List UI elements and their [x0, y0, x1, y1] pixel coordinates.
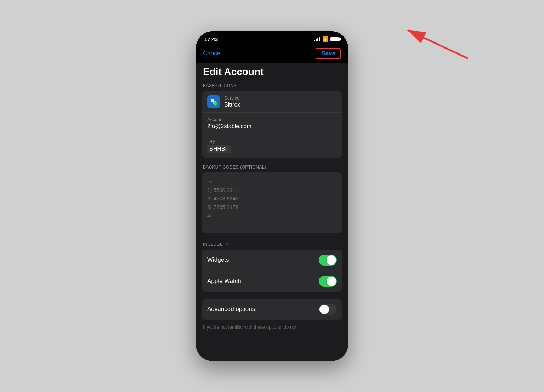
account-label: Account [207, 117, 337, 122]
account-row[interactable]: Account 2fa@2stable.com [202, 113, 342, 134]
wifi-icon: 📶 [322, 36, 328, 42]
widgets-row: Widgets [202, 250, 342, 271]
apple-watch-row: Apple Watch [202, 271, 342, 292]
apple-watch-label: Apple Watch [207, 278, 241, 285]
base-options-label: BASE OPTIONS [202, 83, 342, 91]
battery-icon [330, 37, 340, 41]
status-icons: 📶 [314, 36, 340, 42]
svg-text:+: + [215, 103, 217, 106]
service-icon: + [207, 95, 220, 108]
status-bar: 17:43 📶 [196, 31, 348, 45]
red-arrow-annotation [397, 19, 475, 69]
content: Edit Account BASE OPTIONS + [196, 63, 348, 337]
phone-frame: 17:43 📶 Cancel Save Edit Acc [196, 31, 348, 361]
widgets-toggle-thumb [327, 255, 336, 265]
backup-codes-textarea[interactable] [202, 172, 342, 233]
key-label: Key [207, 138, 337, 144]
advanced-options-label: Advanced options [207, 306, 255, 313]
advanced-options-row: Advanced options [202, 299, 342, 320]
widgets-toggle[interactable] [319, 255, 337, 266]
backup-codes-label: BACKUP CODES (OPTIONAL) [202, 165, 342, 172]
footer-text: If you're not familiar with these option… [202, 324, 342, 330]
key-value: BHHBF [207, 145, 337, 153]
advanced-options-toggle-thumb [319, 305, 329, 314]
account-value: 2fa@2stable.com [207, 123, 337, 130]
nav-bar: Cancel Save [196, 45, 348, 63]
cancel-button[interactable]: Cancel [203, 50, 222, 57]
include-in-label: INCLUDE IN: [202, 242, 342, 250]
include-in-card: Widgets Apple Watch [202, 250, 342, 292]
advanced-options-card: Advanced options [202, 299, 342, 320]
phone-screen: 17:43 📶 Cancel Save Edit Acc [196, 31, 348, 361]
key-input-display: BHHBF [207, 145, 231, 153]
svg-line-6 [408, 30, 468, 58]
status-time: 17:43 [204, 36, 218, 42]
service-value: Bittrex [224, 102, 240, 108]
advanced-options-toggle[interactable] [319, 304, 337, 315]
apple-watch-toggle-thumb [327, 277, 336, 286]
page-title: Edit Account [202, 63, 342, 83]
apple-watch-toggle[interactable] [319, 276, 337, 287]
service-label: Service [224, 95, 240, 101]
widgets-label: Widgets [207, 256, 229, 263]
key-row[interactable]: Key BHHBF [202, 134, 342, 158]
base-options-card: + Service Bittrex Account 2fa@2stable.co… [202, 91, 342, 158]
signal-icon [314, 37, 320, 41]
service-info: Service Bittrex [224, 95, 240, 108]
service-row[interactable]: + Service Bittrex [202, 91, 342, 113]
save-button[interactable]: Save [316, 48, 341, 59]
